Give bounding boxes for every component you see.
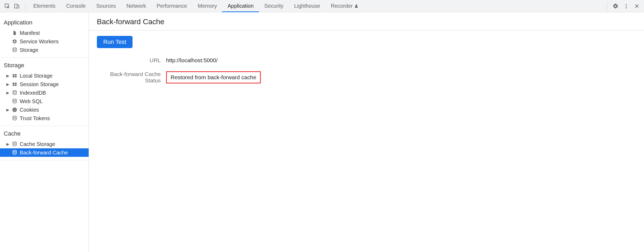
expand-arrow-icon[interactable]: ▶: [6, 82, 10, 86]
toolbar-left-group: [3, 2, 25, 10]
kv-value: http://localhost:5000/: [166, 57, 218, 64]
svg-point-21: [15, 110, 16, 111]
svg-point-20: [14, 110, 15, 111]
svg-rect-2: [17, 5, 19, 8]
grid-icon: [12, 82, 18, 87]
content-body: Run Test URLhttp://localhost:5000/Back-f…: [89, 31, 644, 96]
sidebar-item-cache-storage[interactable]: ▶Cache Storage: [0, 140, 89, 148]
content-header: Back-forward Cache: [89, 12, 644, 31]
devtools-toolbar: ElementsConsoleSourcesNetworkPerformance…: [0, 0, 644, 12]
kv-label: Back-forward Cache Status: [97, 71, 166, 84]
kv-label: URL: [97, 57, 166, 64]
tab-label: Console: [66, 3, 85, 9]
svg-point-5: [626, 7, 627, 8]
settings-icon[interactable]: [611, 2, 620, 11]
svg-rect-10: [15, 76, 17, 77]
tab-label: Sources: [96, 3, 116, 9]
main-split: Application▶Manifest▶Service Workers▶Sto…: [0, 12, 644, 252]
expand-arrow-icon[interactable]: ▶: [6, 108, 10, 112]
sidebar-item-label: Storage: [20, 47, 38, 53]
sidebar-item-trust-tokens[interactable]: ▶Trust Tokens: [0, 114, 89, 123]
tab-security[interactable]: Security: [259, 0, 289, 12]
svg-point-17: [13, 108, 17, 112]
sidebar-item-back-forward-cache[interactable]: ▶Back-forward Cache: [0, 148, 89, 157]
tab-lighthouse[interactable]: Lighthouse: [289, 0, 325, 12]
tab-label: Network: [126, 3, 146, 9]
section-title: Application: [0, 18, 89, 29]
application-sidebar: Application▶Manifest▶Service Workers▶Sto…: [0, 12, 89, 252]
sidebar-item-label: Cache Storage: [20, 141, 55, 147]
svg-rect-13: [13, 85, 15, 86]
sidebar-item-local-storage[interactable]: ▶Local Storage: [0, 72, 89, 80]
sidebar-item-label: Web SQL: [20, 98, 43, 104]
expand-arrow-icon[interactable]: ▶: [6, 142, 10, 146]
devtools-tabs: ElementsConsoleSourcesNetworkPerformance…: [28, 0, 364, 12]
svg-point-22: [13, 116, 16, 117]
sidebar-item-manifest[interactable]: ▶Manifest: [0, 29, 89, 37]
svg-rect-12: [15, 83, 17, 84]
key-value-section: URLhttp://localhost:5000/Back-forward Ca…: [97, 57, 636, 84]
tab-sources[interactable]: Sources: [91, 0, 121, 12]
svg-rect-11: [13, 83, 15, 84]
content-pane: Back-forward Cache Run Test URLhttp://lo…: [89, 12, 644, 252]
svg-point-15: [13, 91, 16, 92]
tab-label: Performance: [157, 3, 187, 9]
sidebar-item-web-sql[interactable]: ▶Web SQL: [0, 97, 89, 106]
sidebar-item-session-storage[interactable]: ▶Session Storage: [0, 80, 89, 89]
cookie-icon: [12, 107, 18, 112]
svg-rect-9: [13, 76, 15, 77]
tab-console[interactable]: Console: [61, 0, 91, 12]
flask-icon: [354, 4, 358, 8]
toolbar-right-group: [607, 2, 641, 10]
kv-row: URLhttp://localhost:5000/: [97, 57, 636, 64]
sidebar-section-application: Application▶Manifest▶Service Workers▶Sto…: [0, 15, 89, 58]
svg-point-18: [14, 109, 14, 110]
sidebar-item-cookies[interactable]: ▶Cookies: [0, 106, 89, 114]
expand-arrow-icon[interactable]: ▶: [6, 91, 10, 95]
file-icon: [12, 30, 18, 36]
tab-performance[interactable]: Performance: [151, 0, 193, 12]
inspect-element-icon[interactable]: [3, 2, 12, 11]
gear-icon: [12, 39, 18, 44]
svg-point-23: [13, 142, 16, 143]
svg-point-6: [13, 48, 16, 49]
db-icon: [12, 116, 18, 121]
sidebar-item-label: Back-forward Cache: [20, 150, 68, 156]
db-icon: [12, 150, 18, 155]
svg-rect-7: [13, 74, 15, 75]
tab-elements[interactable]: Elements: [28, 0, 61, 12]
db-icon: [12, 141, 18, 147]
kv-row: Back-forward Cache StatusRestored from b…: [97, 71, 636, 84]
section-title: Storage: [0, 60, 89, 72]
tab-application[interactable]: Application: [222, 0, 259, 12]
svg-point-16: [13, 99, 16, 100]
sidebar-item-indexeddb[interactable]: ▶IndexedDB: [0, 89, 89, 97]
tab-label: Memory: [198, 3, 217, 9]
svg-point-4: [626, 6, 627, 7]
sidebar-item-label: Cookies: [20, 107, 39, 113]
sidebar-item-storage[interactable]: ▶Storage: [0, 46, 89, 54]
status-value-highlighted: Restored from back-forward cache: [166, 71, 261, 83]
close-devtools-icon[interactable]: [632, 2, 641, 11]
sidebar-item-label: Service Workers: [20, 39, 59, 45]
device-toggle-icon[interactable]: [12, 2, 21, 11]
tab-network[interactable]: Network: [121, 0, 151, 12]
sidebar-item-service-workers[interactable]: ▶Service Workers: [0, 37, 89, 46]
tab-label: Application: [228, 3, 254, 9]
svg-point-24: [13, 150, 16, 152]
run-test-button[interactable]: Run Test: [97, 36, 133, 48]
expand-arrow-icon[interactable]: ▶: [6, 74, 10, 78]
sidebar-section-cache: Cache▶Cache Storage▶Back-forward Cache: [0, 126, 89, 160]
svg-rect-14: [15, 85, 17, 86]
grid-icon: [12, 73, 18, 78]
tab-recorder[interactable]: Recorder: [325, 0, 364, 12]
svg-point-3: [626, 4, 627, 5]
sidebar-section-storage: Storage▶Local Storage▶Session Storage▶In…: [0, 58, 89, 126]
sidebar-item-label: Session Storage: [20, 81, 59, 87]
sidebar-item-label: Local Storage: [20, 73, 52, 79]
tab-label: Lighthouse: [294, 3, 320, 9]
tab-memory[interactable]: Memory: [192, 0, 222, 12]
db-icon: [12, 90, 18, 95]
more-options-icon[interactable]: [622, 2, 631, 11]
svg-rect-8: [15, 74, 17, 75]
